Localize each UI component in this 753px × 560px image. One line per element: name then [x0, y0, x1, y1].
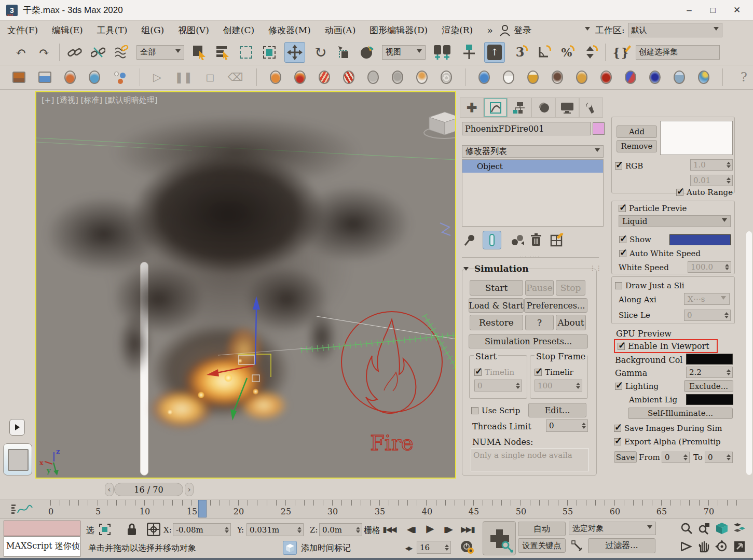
angle-snap-icon[interactable] [535, 43, 552, 62]
absolute-mode-icon[interactable] [147, 523, 160, 538]
preset-campfire-icon[interactable] [270, 71, 281, 84]
save-button[interactable]: Save [614, 451, 637, 463]
add-button[interactable]: Add [617, 125, 657, 138]
use-center-icon[interactable] [432, 43, 454, 62]
previous-frame-icon[interactable]: ◀▮ [402, 522, 420, 537]
maximize-viewport-icon[interactable] [733, 540, 746, 553]
move-gizmo[interactable] [187, 276, 337, 437]
key-filter-dropdown[interactable]: 选定对象 [569, 522, 656, 535]
export-alpha-checkbox[interactable]: Export Alpha (Premultip [614, 437, 721, 446]
preset-fire-icon[interactable] [294, 71, 306, 84]
show-color-swatch[interactable] [669, 234, 731, 245]
panel-scrollbar-2[interactable] [746, 231, 752, 475]
selection-lock-icon[interactable] [126, 523, 138, 538]
tab-modify[interactable] [484, 97, 508, 118]
liquid-preset-icon[interactable] [89, 71, 100, 84]
self-illuminate-button[interactable]: Self-Illuminate... [628, 408, 733, 419]
modifier-list-dropdown[interactable]: 修改器列表 [462, 145, 604, 158]
restore-button[interactable]: Restore [470, 315, 523, 330]
select-object-icon[interactable] [191, 43, 208, 62]
undo-icon[interactable]: ↶ [12, 43, 29, 62]
menu-item-edit[interactable]: 编辑(E) [52, 24, 83, 36]
add-time-tag[interactable]: 添加时间标记 [301, 543, 351, 554]
exclude-button[interactable]: Exclude... [684, 380, 733, 392]
next-frame-icon[interactable]: ▮▶ [439, 522, 457, 537]
sim-stop-button[interactable]: Stop [556, 280, 585, 296]
load-start-button[interactable]: Load & Start [469, 298, 524, 313]
auto-range-checkbox[interactable]: Auto Range [676, 188, 733, 197]
ambient-light-swatch[interactable] [686, 394, 733, 405]
tab-create[interactable]: ✚ [460, 97, 484, 118]
menu-item-rendering[interactable]: 渲染(R) [442, 24, 473, 36]
menu-item-group[interactable]: 组(G) [141, 24, 164, 36]
set-key-button[interactable]: 设置关键点 [518, 538, 566, 553]
move-icon[interactable] [284, 42, 305, 63]
rectangular-region-icon[interactable] [238, 43, 254, 62]
menu-item-create[interactable]: 创建(C) [223, 24, 254, 36]
gamma-spinner[interactable]: 2.2 [686, 367, 733, 378]
menu-item-file[interactable]: 文件(F) [7, 24, 38, 36]
rgb-max-spinner[interactable]: 1.0 [690, 159, 733, 171]
preset-coffee-icon[interactable] [552, 71, 563, 84]
zoom-all-icon[interactable] [697, 522, 711, 535]
selection-lock-region-icon[interactable] [99, 524, 111, 535]
help-icon[interactable]: ? [736, 68, 752, 87]
expand-panel-button[interactable] [9, 419, 25, 436]
particle-type-dropdown[interactable]: Liquid [619, 215, 731, 227]
start-frame-spinner[interactable]: 0 [474, 380, 522, 391]
fire-preset-icon[interactable] [64, 71, 76, 84]
redo-icon[interactable]: ↷ [36, 43, 52, 62]
use-script-checkbox[interactable]: Use Scrip [471, 406, 520, 415]
liquid-container-icon[interactable] [38, 72, 51, 83]
menu-overflow-chevron[interactable]: » [487, 24, 493, 36]
white-speed-spinner[interactable]: 100.0 [688, 261, 731, 273]
background-color-swatch[interactable] [686, 354, 733, 365]
play-icon[interactable]: ▷ [153, 71, 161, 83]
preset-ink-icon[interactable] [649, 71, 661, 84]
close-button[interactable]: ✕ [725, 3, 749, 18]
preferences-button[interactable]: Preferences... [524, 298, 587, 313]
lighting-checkbox[interactable]: Lighting [615, 382, 659, 391]
go-to-start-icon[interactable]: ▮◀◀ [380, 522, 398, 537]
edit-named-sets-icon[interactable]: { } [612, 43, 629, 62]
minimize-button[interactable]: – [677, 3, 701, 18]
about-button[interactable]: About [556, 315, 586, 330]
scale-icon[interactable] [335, 43, 352, 62]
time-slider[interactable]: 16 / 70 [114, 483, 183, 496]
numa-nodes-field[interactable]: Only a single node availa [471, 449, 589, 471]
divider-grip[interactable] [519, 256, 540, 258]
viewport-label[interactable]: [+] [透视] [标准] [默认明暗处理] [42, 95, 158, 105]
preset-waterfall-icon[interactable] [674, 71, 685, 84]
auto-key-button[interactable]: 自动 [518, 522, 566, 536]
show-checkbox[interactable]: Show [619, 235, 651, 244]
preset-milk-icon[interactable] [503, 71, 514, 84]
unlink-icon[interactable] [90, 43, 106, 62]
fire-container-icon[interactable] [12, 72, 25, 83]
rotate-icon[interactable]: ↻ [312, 43, 328, 62]
rgb-checkbox[interactable]: RGB [615, 161, 643, 171]
coord-system-dropdown[interactable]: 视图 [382, 45, 426, 60]
orbit-icon[interactable] [715, 540, 729, 553]
preset-candle-icon[interactable] [416, 71, 428, 84]
snaps-3d-icon[interactable]: 3 [512, 43, 528, 62]
pin-stack-icon[interactable] [463, 232, 476, 248]
bind-spacewarp-icon[interactable] [113, 43, 130, 62]
keyboard-override-icon[interactable]: ↑ [484, 42, 505, 63]
mini-curve-editor-button[interactable] [8, 501, 35, 517]
save-from-spinner[interactable]: 0 [662, 452, 690, 463]
set-keys-button[interactable] [483, 521, 516, 555]
object-color-swatch[interactable] [593, 122, 605, 135]
save-images-checkbox[interactable]: Save Images During Sim [614, 424, 722, 433]
tab-utilities[interactable] [579, 97, 603, 118]
docked-mini-panel[interactable] [3, 443, 32, 475]
viewcube[interactable] [418, 108, 456, 141]
sim-pause-button[interactable]: Pause [525, 280, 554, 296]
make-unique-icon[interactable] [511, 232, 524, 248]
named-selection-field[interactable]: 创建选择集 [636, 45, 720, 60]
menu-item-views[interactable]: 视图(V) [178, 24, 209, 36]
simulation-presets-button[interactable]: Simulation Presets... [469, 334, 588, 348]
percent-snap-icon[interactable]: % [558, 43, 575, 62]
perspective-viewport[interactable]: [+] [透视] [标准] [默认明暗处理] Fire [35, 91, 456, 479]
frame-step-icon[interactable]: ◀▶ [400, 541, 417, 555]
maximize-button[interactable]: □ [701, 3, 725, 18]
